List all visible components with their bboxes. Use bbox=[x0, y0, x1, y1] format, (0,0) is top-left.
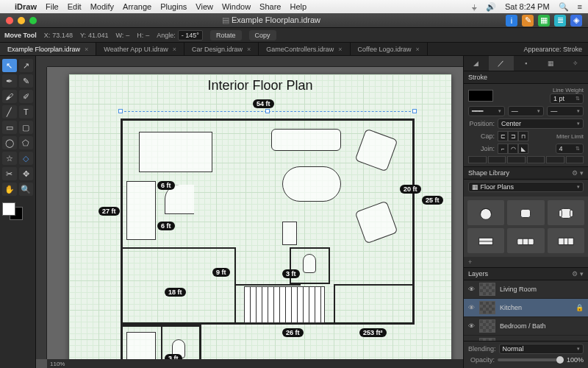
opacity-slider[interactable] bbox=[498, 358, 564, 361]
tab-weather[interactable]: Weather App UI.idraw× bbox=[96, 43, 184, 55]
appearance-mode[interactable]: Stroke bbox=[563, 46, 582, 53]
brush-tool[interactable]: 🖌 bbox=[2, 90, 17, 103]
menu-view[interactable]: View bbox=[196, 2, 213, 11]
text-tool[interactable]: T bbox=[19, 105, 34, 118]
dash-presets[interactable] bbox=[468, 156, 584, 163]
copy-button[interactable]: Copy bbox=[249, 30, 276, 40]
stroke-style-select[interactable]: ━━━▾ bbox=[468, 106, 505, 116]
clock[interactable]: Sat 8:24 PM bbox=[505, 2, 550, 11]
app-menu[interactable]: iDraw bbox=[15, 2, 37, 11]
coffee-table[interactable] bbox=[282, 166, 341, 202]
line-weight-field[interactable]: 1 pt⇅ bbox=[550, 93, 584, 104]
dim-20[interactable]: 20 ft bbox=[400, 185, 421, 194]
traffic-lights[interactable] bbox=[6, 17, 37, 24]
miter-field[interactable]: 4⇅ bbox=[556, 144, 584, 154]
dim-6a[interactable]: 6 ft bbox=[157, 181, 175, 190]
zoom-level[interactable]: 110% bbox=[50, 361, 65, 367]
visibility-icon[interactable]: 👁 bbox=[468, 304, 475, 311]
search-icon[interactable]: 🔍 bbox=[559, 2, 569, 12]
tab-stroke[interactable]: ／ bbox=[489, 56, 514, 71]
sofa[interactable] bbox=[271, 129, 341, 151]
add-shape-button[interactable]: + bbox=[464, 257, 588, 267]
stroke-color-swatch[interactable] bbox=[468, 90, 493, 102]
angle-value[interactable]: - 145° bbox=[178, 30, 203, 40]
dining-table[interactable] bbox=[139, 132, 212, 172]
close-icon[interactable]: × bbox=[415, 46, 419, 53]
direct-select-tool[interactable]: ↗ bbox=[19, 59, 34, 72]
close-icon[interactable]: × bbox=[173, 46, 176, 53]
arrow-start-select[interactable]: —▾ bbox=[508, 106, 545, 116]
shape-sofa[interactable] bbox=[507, 228, 544, 253]
canvas[interactable]: Interior Floor Plan bbox=[47, 67, 463, 359]
menu-plugins[interactable]: Plugins bbox=[160, 2, 187, 11]
grid-button[interactable]: ▦ bbox=[538, 15, 550, 26]
shape-tool[interactable]: ◇ bbox=[19, 152, 34, 165]
dim-9[interactable]: 9 ft bbox=[212, 268, 230, 277]
line-tool[interactable]: ╱ bbox=[2, 105, 17, 118]
menu-window[interactable]: Window bbox=[222, 2, 251, 11]
dim-26[interactable]: 26 ft bbox=[282, 328, 304, 337]
menu-arrange[interactable]: Arrange bbox=[123, 2, 151, 11]
page[interactable]: Interior Floor Plan bbox=[69, 74, 451, 359]
layer-kitchen[interactable]: 👁Kitchen🔒 bbox=[464, 299, 588, 317]
visibility-icon[interactable]: 👁 bbox=[468, 322, 475, 330]
selection-handle[interactable] bbox=[118, 109, 123, 113]
dim-right[interactable]: 25 ft bbox=[422, 196, 443, 205]
shape-desk[interactable] bbox=[548, 228, 584, 253]
cap-buttons[interactable]: ⊏⊐⊓ bbox=[498, 131, 528, 141]
wall-room[interactable] bbox=[334, 284, 415, 325]
dim-top[interactable]: 54 ft bbox=[253, 99, 274, 108]
toilet[interactable] bbox=[303, 254, 316, 273]
zoom-icon[interactable] bbox=[29, 17, 37, 24]
menu-icon[interactable]: ≡ bbox=[578, 2, 582, 11]
star-tool[interactable]: ☆ bbox=[2, 152, 17, 165]
volume-icon[interactable]: 🔊 bbox=[486, 2, 496, 12]
rotate-button[interactable]: Rotate bbox=[210, 30, 242, 40]
eyedropper-tool[interactable]: ✥ bbox=[19, 167, 34, 180]
wall[interactable] bbox=[161, 325, 162, 359]
blending-select[interactable]: Normal▾ bbox=[499, 344, 584, 354]
close-icon[interactable]: × bbox=[247, 46, 251, 53]
bathtub[interactable] bbox=[126, 332, 156, 359]
stairs[interactable] bbox=[244, 286, 325, 323]
menu-edit[interactable]: Edit bbox=[68, 2, 82, 11]
arrow-end-select[interactable]: —▾ bbox=[547, 106, 584, 116]
pen-tool[interactable]: ✒ bbox=[2, 74, 17, 88]
layer-bedroom[interactable]: 👁Bedroom / Bath bbox=[464, 317, 588, 336]
info-button[interactable]: i bbox=[506, 15, 517, 26]
tab-shadow[interactable]: ▪ bbox=[514, 56, 539, 71]
tab-controllers[interactable]: GameControllers.idraw× bbox=[259, 43, 350, 55]
selection-handle[interactable] bbox=[265, 109, 270, 113]
menu-share[interactable]: Share bbox=[259, 2, 281, 11]
wall[interactable] bbox=[234, 284, 301, 286]
close-icon[interactable] bbox=[6, 17, 13, 24]
minimize-icon[interactable] bbox=[18, 17, 25, 24]
tab-coffee[interactable]: Coffee Logo.idraw× bbox=[351, 43, 428, 55]
zoom-tool[interactable]: 🔍 bbox=[19, 183, 34, 196]
wall[interactable] bbox=[121, 247, 234, 249]
scissors-tool[interactable]: ✂ bbox=[2, 167, 17, 180]
rect-tool[interactable]: ▭ bbox=[2, 121, 17, 134]
shape-set-select[interactable]: ▦ Floor Plans▾ bbox=[468, 182, 584, 192]
ruler-horizontal[interactable] bbox=[47, 56, 463, 67]
tab-fill[interactable]: ◢ bbox=[464, 56, 489, 71]
shape-table[interactable] bbox=[467, 228, 504, 253]
tab-car[interactable]: Car Design.idraw× bbox=[184, 43, 259, 55]
wifi-icon[interactable]: ⏚ bbox=[472, 2, 477, 11]
close-icon[interactable]: × bbox=[85, 46, 88, 53]
hand-tool[interactable]: ✋ bbox=[2, 183, 17, 196]
shape-armchair[interactable] bbox=[548, 200, 584, 225]
kitchen-counter[interactable] bbox=[126, 181, 156, 240]
menu-file[interactable]: File bbox=[46, 2, 59, 11]
shape-chair-square[interactable] bbox=[507, 200, 544, 225]
visibility-icon[interactable]: 👁 bbox=[468, 286, 475, 293]
dim-left[interactable]: 27 ft bbox=[98, 207, 120, 216]
dim-3a[interactable]: 3 ft bbox=[282, 269, 300, 278]
align-button[interactable]: ≣ bbox=[554, 15, 566, 26]
pencil-tool[interactable]: ✎ bbox=[19, 74, 34, 88]
menu-help[interactable]: Help bbox=[290, 2, 306, 11]
selection-handle[interactable] bbox=[412, 109, 417, 113]
roundrect-tool[interactable]: ▢ bbox=[19, 121, 34, 134]
polygon-tool[interactable]: ⬠ bbox=[19, 136, 34, 149]
stepper-icon[interactable]: ⇅ bbox=[576, 96, 580, 102]
